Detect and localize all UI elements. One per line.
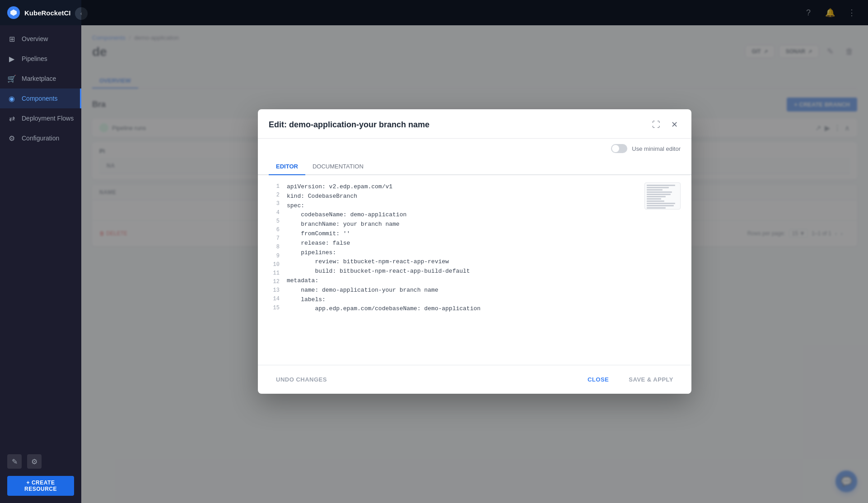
marketplace-icon: 🛒 <box>7 74 16 83</box>
sidebar-item-configuration[interactable]: ⚙ Configuration <box>0 128 81 148</box>
edit-icon[interactable]: ✎ <box>7 454 22 469</box>
modal-header-actions: ⛶ ✕ <box>650 118 681 131</box>
modal-footer-left: UNDO CHANGES <box>269 373 334 387</box>
close-button[interactable]: CLOSE <box>580 373 616 387</box>
app-name: KubeRocketCI <box>24 9 71 17</box>
configuration-icon: ⚙ <box>7 134 16 143</box>
sidebar-item-pipelines[interactable]: ▶ Pipelines <box>0 49 81 69</box>
sidebar-item-deployment-flows[interactable]: ⇄ Deployment Flows <box>0 108 81 128</box>
modal-tabs: EDITOR DOCUMENTATION <box>258 158 691 175</box>
sidebar-item-overview[interactable]: ⊞ Overview <box>0 29 81 49</box>
pipelines-icon: ▶ <box>7 54 16 63</box>
create-resource-button[interactable]: + CREATE RESOURCE <box>7 476 74 496</box>
sidebar-item-label: Pipelines <box>22 55 47 62</box>
minimal-editor-toggle[interactable] <box>611 144 627 153</box>
sidebar-item-marketplace[interactable]: 🛒 Marketplace <box>0 69 81 88</box>
app-logo-icon <box>7 6 20 19</box>
line-numbers: 123456789101112131415 <box>269 182 280 314</box>
modal-tab-documentation[interactable]: DOCUMENTATION <box>305 158 371 175</box>
sidebar-item-label: Deployment Flows <box>22 115 74 122</box>
sidebar-logo: KubeRocketCI <box>0 0 81 25</box>
modal-header: Edit: demo-application-your branch name … <box>258 109 691 139</box>
deployment-flows-icon: ⇄ <box>7 114 16 123</box>
editor-toggle-row: Use minimal editor <box>258 139 691 158</box>
modal-footer: UNDO CHANGES CLOSE SAVE & APPLY <box>258 365 691 394</box>
sidebar-item-label: Configuration <box>22 135 59 142</box>
modal-title: Edit: demo-application-your branch name <box>269 120 429 130</box>
overview-icon: ⊞ <box>7 34 16 43</box>
code-content: apiVersion: v2.edp.epam.com/v1kind: Code… <box>287 182 681 314</box>
code-minimap <box>644 182 681 210</box>
save-apply-button[interactable]: SAVE & APPLY <box>621 373 681 387</box>
svg-marker-0 <box>10 9 17 16</box>
sidebar-item-label: Components <box>22 95 57 102</box>
code-editor-inner: 123456789101112131415 apiVersion: v2.edp… <box>269 182 681 314</box>
code-editor[interactable]: 123456789101112131415 apiVersion: v2.edp… <box>258 175 691 365</box>
sidebar-item-label: Marketplace <box>22 75 56 82</box>
modal-footer-right: CLOSE SAVE & APPLY <box>580 373 681 387</box>
minimal-editor-label: Use minimal editor <box>632 145 681 152</box>
modal-tab-editor[interactable]: EDITOR <box>269 158 305 175</box>
sidebar-item-components[interactable]: ◉ Components <box>0 88 81 108</box>
edit-modal: Edit: demo-application-your branch name … <box>258 109 691 394</box>
undo-changes-button[interactable]: UNDO CHANGES <box>269 373 334 387</box>
sidebar-navigation: ⊞ Overview ▶ Pipelines 🛒 Marketplace ◉ C… <box>0 25 81 447</box>
components-icon: ◉ <box>7 94 16 103</box>
sidebar: KubeRocketCI ‹ ⊞ Overview ▶ Pipelines 🛒 … <box>0 0 81 503</box>
main-content: ? 🔔 ⋮ Components / demo-application de G… <box>81 0 868 503</box>
close-modal-icon[interactable]: ✕ <box>668 118 681 131</box>
sidebar-bottom: ✎ ⚙ <box>0 447 81 476</box>
modal-overlay: Edit: demo-application-your branch name … <box>81 0 868 503</box>
settings-icon[interactable]: ⚙ <box>27 454 42 469</box>
fullscreen-icon[interactable]: ⛶ <box>650 118 663 131</box>
sidebar-item-label: Overview <box>22 35 48 42</box>
